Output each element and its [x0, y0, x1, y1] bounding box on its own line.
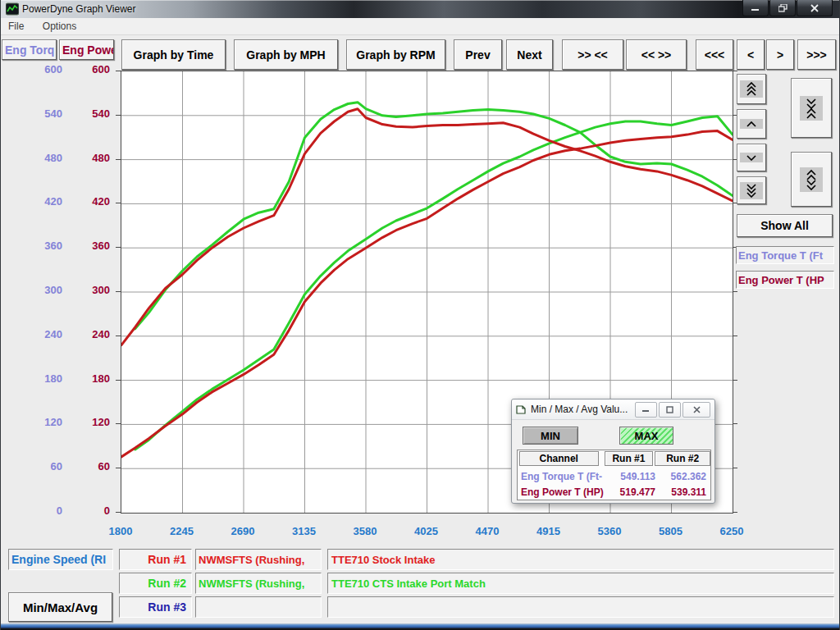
y-axis-power-label: 180	[52, 372, 110, 385]
x-axis-channel-label[interactable]: Engine Speed (RI	[8, 549, 113, 570]
graph-by-rpm-button[interactable]: Graph by RPM	[346, 39, 445, 70]
app-graph-icon	[6, 2, 19, 16]
run3-operator-field[interactable]	[195, 596, 322, 618]
dialog-row-power: Eng Power T (HP) 519.477 539.311	[518, 484, 710, 500]
run1-description-field[interactable]: TTE710 Stock Intake	[327, 549, 834, 570]
y-axis-power-label: 60	[52, 460, 110, 472]
y-axis-power-label: 300	[52, 284, 110, 296]
y-axis-power-label: 480	[52, 152, 110, 164]
run1-label[interactable]: Run #1	[119, 549, 192, 570]
graph-by-mph-button[interactable]: Graph by MPH	[234, 39, 338, 70]
y-axis-power-label: 360	[52, 240, 110, 252]
dialog-column-channel[interactable]: Channel	[519, 451, 599, 466]
x-axis-label: 1800	[96, 525, 145, 537]
dialog-torque-run2-value: 562.362	[655, 471, 706, 482]
y-axis-power-label: 240	[52, 328, 110, 340]
dialog-column-run1[interactable]: Run #1	[605, 451, 654, 466]
dialog-torque-channel: Eng Torque T (Ft-	[518, 471, 606, 482]
dialog-column-run2[interactable]: Run #2	[655, 451, 710, 466]
chevron-down-icon	[740, 153, 763, 162]
dialog-values-table: Channel Run #1 Run #2 Eng Torque T (Ft- …	[517, 450, 711, 500]
y-zoom-expand-button[interactable]	[791, 78, 832, 138]
show-all-button[interactable]: Show All	[737, 214, 833, 237]
x-axis-label: 5805	[646, 525, 696, 537]
run2-label[interactable]: Run #2	[119, 573, 192, 594]
dialog-max-button[interactable]: MAX	[619, 427, 673, 445]
menu-options[interactable]: Options	[35, 18, 84, 32]
title-bar[interactable]: PowerDyne Graph Viewer	[1, 0, 839, 18]
dialog-close-button[interactable]	[682, 402, 710, 418]
menu-file[interactable]: File	[1, 18, 31, 32]
y-scale-down-fast-button[interactable]	[737, 176, 766, 204]
minimize-icon	[751, 4, 760, 11]
close-button[interactable]	[797, 0, 833, 16]
run2-description-field[interactable]: TTE710 CTS Intake Port Match	[327, 573, 834, 594]
restore-icon	[778, 4, 788, 12]
chevron-up-icon	[740, 119, 763, 129]
x-axis-label: 4025	[402, 525, 451, 537]
y-axis-power-label: 120	[52, 416, 110, 428]
restore-button[interactable]	[769, 0, 796, 16]
dialog-power-run2-value: 539.311	[655, 486, 706, 498]
x-axis-label: 2690	[218, 525, 267, 537]
prev-button[interactable]: Prev	[454, 39, 502, 70]
x-axis-label: 3135	[280, 525, 329, 537]
window-bottom-frame	[1, 623, 840, 630]
x-axis-label: 4915	[524, 525, 573, 537]
chevron-expand-icon	[800, 96, 823, 121]
run2-operator-field[interactable]: NWMSFTS (Rushing,	[195, 573, 322, 594]
dialog-row-torque: Eng Torque T (Ft- 549.113 562.362	[518, 468, 710, 484]
run3-description-field[interactable]	[327, 596, 834, 618]
run3-label[interactable]: Run #3	[119, 596, 192, 618]
powerdyne-window: PowerDyne Graph Viewer File Options Eng …	[0, 0, 840, 630]
right-power-channel-label[interactable]: Eng Power T (HP	[736, 271, 834, 289]
run1-operator-field[interactable]: NWMSFTS (Rushing,	[195, 549, 322, 570]
scroll-right-button[interactable]: >	[766, 39, 794, 70]
chevron-collapse-icon	[800, 167, 823, 192]
graph-by-time-button[interactable]: Graph by Time	[121, 39, 226, 70]
next-button[interactable]: Next	[506, 39, 553, 70]
minimize-button[interactable]	[742, 0, 769, 16]
series-run-2-eng-torque-t-ft-lbs-tte710-cts-intake-port-match	[135, 103, 733, 329]
x-axis-label: 3580	[340, 525, 390, 537]
scroll-far-right-button[interactable]: >>>	[797, 39, 836, 70]
dialog-power-run1-value: 519.477	[606, 486, 655, 498]
x-axis-label: 5360	[585, 525, 634, 537]
channel-button-power[interactable]: Eng Powe	[59, 39, 114, 60]
x-axis-label: 4470	[463, 525, 512, 537]
right-torque-channel-label[interactable]: Eng Torque T (Ft	[736, 246, 834, 264]
dialog-torque-run1-value: 549.113	[606, 471, 655, 482]
dialog-page-icon	[516, 404, 527, 415]
dialog-title-bar[interactable]: Min / Max / Avg Valu...	[512, 399, 714, 420]
y-axis-power-label: 540	[52, 107, 110, 120]
y-scale-down-button[interactable]	[737, 144, 766, 171]
dialog-restore-button[interactable]	[659, 402, 681, 418]
dialog-minimize-button[interactable]	[635, 402, 657, 418]
y-zoom-collapse-button[interactable]	[791, 152, 832, 207]
chevron-down-triple-icon	[740, 182, 763, 199]
zoom-out-x-button[interactable]: << >>	[626, 39, 687, 70]
channel-button-torque[interactable]: Eng Torq	[2, 39, 57, 60]
dialog-min-button[interactable]: MIN	[523, 427, 578, 445]
menu-bar: File Options	[1, 18, 839, 35]
x-axis-label: 6250	[707, 525, 756, 537]
y-axis-power-label: 600	[52, 63, 110, 75]
dialog-title: Min / Max / Avg Valu...	[531, 404, 633, 415]
window-title: PowerDyne Graph Viewer	[22, 3, 136, 15]
x-axis-label: 2245	[158, 525, 207, 537]
scroll-left-button[interactable]: <	[737, 39, 765, 70]
zoom-in-x-button[interactable]: >> <<	[562, 39, 623, 70]
y-axis-power-label: 420	[52, 195, 110, 208]
chevron-up-triple-icon	[740, 80, 763, 98]
dialog-power-channel: Eng Power T (HP)	[518, 486, 606, 498]
close-icon	[810, 4, 819, 12]
min-max-avg-button[interactable]: Min/Max/Avg	[8, 592, 112, 622]
y-axis-power-label: 0	[52, 504, 110, 517]
scroll-far-left-button[interactable]: <<<	[696, 39, 733, 70]
y-scale-up-fast-button[interactable]	[737, 74, 766, 104]
y-scale-up-button[interactable]	[737, 109, 766, 139]
minmax-dialog: Min / Max / Avg Valu... MIN MAX Channel …	[511, 399, 715, 504]
